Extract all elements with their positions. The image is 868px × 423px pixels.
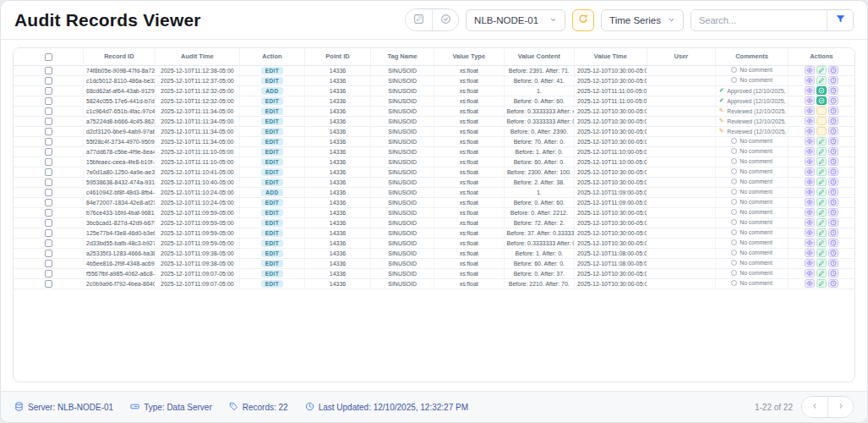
row-checkbox[interactable] bbox=[45, 239, 52, 247]
history-record-button[interactable] bbox=[828, 66, 838, 74]
row-checkbox[interactable] bbox=[45, 148, 52, 156]
view-record-button[interactable] bbox=[805, 259, 815, 267]
history-record-button[interactable] bbox=[828, 147, 838, 156]
history-record-button[interactable] bbox=[828, 178, 838, 186]
node-select[interactable]: NLB-NODE-01 bbox=[466, 9, 565, 31]
comment-record-button[interactable] bbox=[816, 117, 827, 125]
comment-record-button[interactable] bbox=[816, 76, 827, 85]
row-checkbox[interactable] bbox=[45, 77, 52, 85]
comment-record-button[interactable] bbox=[816, 157, 827, 166]
row-checkbox[interactable] bbox=[45, 67, 52, 74]
comment-record-button[interactable] bbox=[816, 249, 827, 257]
row-checkbox[interactable] bbox=[45, 219, 52, 227]
value-time-cell: 2025-12-10T10:30:00-05:00 bbox=[575, 238, 647, 248]
history-record-button[interactable] bbox=[828, 249, 838, 257]
view-record-button[interactable] bbox=[805, 137, 815, 146]
view-record-button[interactable] bbox=[805, 127, 815, 135]
comment-record-button[interactable] bbox=[816, 127, 827, 135]
comment-record-button[interactable] bbox=[816, 239, 827, 247]
history-record-button[interactable] bbox=[828, 168, 838, 176]
comment-record-button[interactable] bbox=[816, 66, 827, 74]
view-record-button[interactable] bbox=[805, 249, 815, 257]
view-record-button[interactable] bbox=[805, 269, 815, 277]
prev-page-button[interactable] bbox=[802, 397, 827, 417]
value-time-cell: 2025-12-10T11:09:00-05:00 bbox=[575, 187, 647, 197]
history-record-button[interactable] bbox=[828, 76, 838, 85]
row-checkbox[interactable] bbox=[45, 107, 52, 115]
view-record-button[interactable] bbox=[805, 66, 815, 74]
row-checkbox[interactable] bbox=[45, 209, 52, 217]
row-checkbox[interactable] bbox=[45, 168, 52, 176]
history-record-button[interactable] bbox=[828, 107, 838, 115]
comment-record-button[interactable] bbox=[816, 96, 827, 105]
row-checkbox[interactable] bbox=[45, 128, 52, 135]
view-record-button[interactable] bbox=[805, 178, 815, 186]
history-record-button[interactable] bbox=[828, 259, 838, 267]
next-page-button[interactable] bbox=[827, 397, 853, 417]
view-record-button[interactable] bbox=[805, 239, 815, 247]
mode-select[interactable]: Time Series bbox=[601, 9, 684, 31]
row-checkbox[interactable] bbox=[45, 138, 52, 146]
view-record-button[interactable] bbox=[805, 117, 815, 125]
comment-record-button[interactable] bbox=[816, 269, 827, 277]
comment-record-button[interactable] bbox=[816, 228, 827, 237]
confirm-button[interactable] bbox=[432, 9, 458, 30]
view-record-button[interactable] bbox=[805, 147, 815, 156]
history-record-button[interactable] bbox=[828, 198, 838, 206]
comment-record-button[interactable] bbox=[816, 137, 827, 146]
comment-record-button[interactable] bbox=[816, 168, 827, 176]
history-record-button[interactable] bbox=[828, 127, 838, 135]
row-checkbox[interactable] bbox=[45, 199, 52, 206]
history-record-button[interactable] bbox=[828, 117, 838, 125]
row-checkbox[interactable] bbox=[45, 280, 52, 288]
row-checkbox[interactable] bbox=[45, 87, 52, 95]
history-record-button[interactable] bbox=[828, 269, 838, 277]
row-checkbox[interactable] bbox=[45, 97, 52, 105]
row-checkbox[interactable] bbox=[45, 189, 52, 196]
view-record-button[interactable] bbox=[805, 228, 815, 237]
history-record-button[interactable] bbox=[828, 96, 838, 105]
view-record-button[interactable] bbox=[805, 86, 815, 95]
search-input[interactable] bbox=[691, 10, 827, 30]
comment-record-button[interactable] bbox=[816, 218, 827, 227]
history-record-button[interactable] bbox=[828, 228, 838, 237]
row-checkbox[interactable] bbox=[45, 229, 52, 237]
history-record-button[interactable] bbox=[828, 208, 838, 217]
refresh-button[interactable] bbox=[572, 9, 594, 31]
view-record-button[interactable] bbox=[805, 198, 815, 206]
history-record-button[interactable] bbox=[828, 157, 838, 166]
view-record-button[interactable] bbox=[805, 157, 815, 166]
view-record-button[interactable] bbox=[805, 279, 815, 288]
comment-record-button[interactable] bbox=[816, 107, 827, 115]
view-record-button[interactable] bbox=[805, 76, 815, 85]
view-record-button[interactable] bbox=[805, 208, 815, 217]
history-record-button[interactable] bbox=[828, 218, 838, 227]
view-record-button[interactable] bbox=[805, 188, 815, 196]
comment-record-button[interactable] bbox=[816, 198, 827, 206]
comment-record-button[interactable] bbox=[816, 188, 827, 196]
history-record-button[interactable] bbox=[828, 239, 838, 247]
view-record-button[interactable] bbox=[805, 107, 815, 115]
view-record-button[interactable] bbox=[805, 96, 815, 105]
comment-record-button[interactable] bbox=[816, 208, 827, 217]
select-all-checkbox[interactable] bbox=[45, 53, 52, 61]
comment-record-button[interactable] bbox=[816, 259, 827, 267]
row-checkbox[interactable] bbox=[45, 158, 52, 166]
filter-button[interactable] bbox=[827, 10, 853, 30]
comment-record-button[interactable] bbox=[816, 279, 827, 288]
edit-mode-button[interactable] bbox=[406, 9, 432, 30]
history-record-button[interactable] bbox=[828, 188, 838, 196]
row-checkbox[interactable] bbox=[45, 250, 52, 257]
history-record-button[interactable] bbox=[828, 279, 838, 288]
history-record-button[interactable] bbox=[828, 137, 838, 146]
row-checkbox[interactable] bbox=[45, 260, 52, 267]
comment-record-button[interactable] bbox=[816, 147, 827, 156]
comment-record-button[interactable] bbox=[816, 86, 827, 95]
row-checkbox[interactable] bbox=[45, 270, 52, 277]
row-checkbox[interactable] bbox=[45, 118, 52, 125]
comment-record-button[interactable] bbox=[816, 178, 827, 186]
view-record-button[interactable] bbox=[805, 218, 815, 227]
row-checkbox[interactable] bbox=[45, 179, 52, 186]
view-record-button[interactable] bbox=[805, 168, 815, 176]
history-record-button[interactable] bbox=[828, 86, 838, 95]
